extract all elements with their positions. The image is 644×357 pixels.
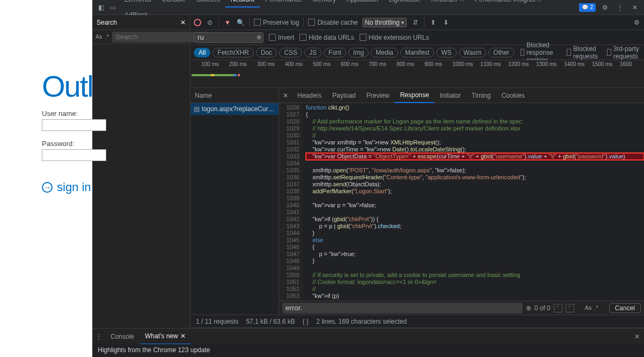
clear-filter-icon[interactable]: ⊗ <box>257 34 261 41</box>
type-all[interactable]: All <box>194 48 210 57</box>
type-media[interactable]: Media <box>371 48 398 57</box>
find-clear-icon[interactable]: ⊗ <box>526 304 531 312</box>
type-manifest[interactable]: Manifest <box>400 48 434 57</box>
brackets-icon[interactable]: { } <box>303 318 309 325</box>
type-doc[interactable]: Doc <box>256 48 277 57</box>
wifi-icon[interactable]: ⇵ <box>411 19 420 26</box>
request-row[interactable]: ▤logon.aspx?replaceCurrent=... <box>191 103 279 115</box>
tab-elements[interactable]: Elements <box>119 0 157 7</box>
code-line[interactable]: { <box>306 111 644 118</box>
name-header[interactable]: Name <box>191 88 279 103</box>
code-line[interactable]: "kw">var xmlhttp = "kw">new XMLHttpReque… <box>306 139 644 146</box>
code-line[interactable]: addPerfMarker("Logon.Start"); <box>306 188 644 195</box>
detail-tab-response[interactable]: Response <box>394 88 434 103</box>
inspect-icon[interactable]: ◧ <box>96 2 107 13</box>
drawer-menu-icon[interactable]: ⋮ <box>92 333 105 340</box>
find-cancel-button[interactable]: Cancel <box>609 303 641 313</box>
code-line[interactable]: "kw">var ObjectData = "ObjectType=" + es… <box>306 153 644 160</box>
code-line[interactable]: "kw">var p = "kw">false; <box>306 202 644 209</box>
close-icon[interactable]: ✕ <box>180 19 186 26</box>
detail-tab-initiator[interactable]: Initiator <box>434 88 466 103</box>
clear-icon[interactable]: ⊘ <box>206 19 214 26</box>
filter-input[interactable] <box>194 32 264 43</box>
record-icon[interactable] <box>194 19 201 26</box>
tab-performance[interactable]: Performance <box>260 0 308 7</box>
code-line[interactable]: xmlhttp.setRequestHeader("Content-type",… <box>306 174 644 181</box>
hide-ext-urls-checkbox[interactable]: Hide extension URLs <box>360 34 429 41</box>
tab-application[interactable]: Application <box>341 0 384 7</box>
download-icon[interactable]: ⬇ <box>442 19 450 26</box>
code-line[interactable]: // Add performance marker for Logon page… <box>306 118 644 125</box>
code-line[interactable]: // If security is set to private, add a … <box>306 272 644 279</box>
regex-toggle[interactable]: .* <box>105 34 109 40</box>
find-prev-button[interactable]: ˄ <box>554 304 562 312</box>
find-input[interactable] <box>282 303 523 314</box>
type-css[interactable]: CSS <box>279 48 302 57</box>
disable-cache-checkbox[interactable]: Disable cache <box>308 19 357 26</box>
invert-checkbox[interactable]: Invert <box>269 34 294 41</box>
signin-button[interactable]: sign in <box>42 180 91 194</box>
hide-data-urls-checkbox[interactable]: Hide data URLs <box>299 34 354 41</box>
code-line[interactable]: xmlhttp.send(ObjectData); <box>306 181 644 188</box>
find-next-button[interactable]: ˅ <box>566 304 574 312</box>
code-line[interactable]: } <box>306 258 644 265</box>
close-drawer-icon[interactable]: ✕ <box>630 333 644 340</box>
tab-lighthouse[interactable]: Lighthouse <box>384 0 426 7</box>
code-line[interactable]: // <box>306 132 644 139</box>
username-input[interactable] <box>42 119 106 131</box>
code-line[interactable]: p = "kw">true; <box>306 251 644 258</box>
drawer-whatsnew-tab[interactable]: What's new ✕ <box>140 329 191 345</box>
code-line[interactable] <box>306 209 644 216</box>
search-icon[interactable]: 🔍 <box>236 19 245 26</box>
filter-icon[interactable]: ▼ <box>223 19 232 26</box>
code-line[interactable]: "kw">if (p) <box>306 293 644 300</box>
type-wasm[interactable]: Wasm <box>459 48 487 57</box>
tab-performance-insights[interactable]: Performance insights⬡ <box>470 0 547 7</box>
find-case-toggle[interactable]: Aa <box>585 305 591 311</box>
code-line[interactable]: "kw">if (gbid("chkPrvt")) { <box>306 216 644 223</box>
detail-tab-cookies[interactable]: Cookies <box>496 88 530 103</box>
code-line[interactable] <box>306 160 644 167</box>
detail-tab-headers[interactable]: Headers <box>292 88 327 103</box>
password-input[interactable] <box>42 149 106 161</box>
type-img[interactable]: Img <box>348 48 369 57</box>
throttling-select[interactable]: No throttling <box>362 18 407 27</box>
code-line[interactable]: // http://exweb/14/Specs/E14 Spec Librar… <box>306 125 644 132</box>
close-detail-icon[interactable]: ✕ <box>279 92 292 99</box>
tab-network[interactable]: Network <box>225 0 260 8</box>
code-line[interactable] <box>306 265 644 272</box>
type-font[interactable]: Font <box>324 48 346 57</box>
code-line[interactable]: // Cookie format: logondata=acc=<1 or 0>… <box>306 279 644 286</box>
timeline[interactable]: 100 ms200 ms300 ms400 ms500 ms600 ms700 … <box>191 60 644 88</box>
type-other[interactable]: Other <box>488 48 514 57</box>
issues-badge[interactable]: 💬 2 <box>579 3 596 12</box>
type-fetchxhr[interactable]: Fetch/XHR <box>213 48 254 57</box>
blocked-req-checkbox[interactable]: Blocked requests <box>567 45 601 60</box>
upload-icon[interactable]: ⬆ <box>429 19 437 26</box>
tab-recorder[interactable]: Recorder⬡ <box>426 0 469 7</box>
detail-tab-preview[interactable]: Preview <box>361 88 395 103</box>
detail-tab-timing[interactable]: Timing <box>466 88 496 103</box>
code-line[interactable]: xmlhttp.open("POST", "/owa/auth/logon.as… <box>306 167 644 174</box>
code-line[interactable]: "kw">var curTime = "kw">new Date().toLoc… <box>306 146 644 153</box>
close-devtools-icon[interactable]: ✕ <box>629 2 641 13</box>
tab-sources[interactable]: Sources <box>191 0 225 7</box>
drawer-console-tab[interactable]: Console <box>105 329 140 345</box>
code-line[interactable]: // <box>306 286 644 293</box>
third-party-checkbox[interactable]: 3rd-party requests <box>607 45 641 60</box>
code-line[interactable]: else <box>306 237 644 244</box>
code-line[interactable]: p = p | gbid("chkPrvt").checked; <box>306 223 644 230</box>
case-toggle[interactable]: Aa <box>96 34 102 40</box>
device-icon[interactable]: ▭ <box>107 2 119 13</box>
code-line[interactable]: { <box>306 244 644 251</box>
code-line[interactable]: { <box>306 300 644 301</box>
code-line[interactable]: function clkLgn() <box>306 104 644 111</box>
preserve-log-checkbox[interactable]: Preserve log <box>254 19 299 26</box>
type-ws[interactable]: WS <box>436 48 456 57</box>
tab-memory[interactable]: Memory <box>308 0 341 7</box>
code-line[interactable] <box>306 195 644 202</box>
settings-icon[interactable]: ⚙ <box>599 2 611 13</box>
detail-tab-payload[interactable]: Payload <box>327 88 361 103</box>
response-code[interactable]: 1026102710281029103010311032103310341035… <box>279 103 644 301</box>
gear-icon[interactable]: ⚙ <box>632 19 641 26</box>
